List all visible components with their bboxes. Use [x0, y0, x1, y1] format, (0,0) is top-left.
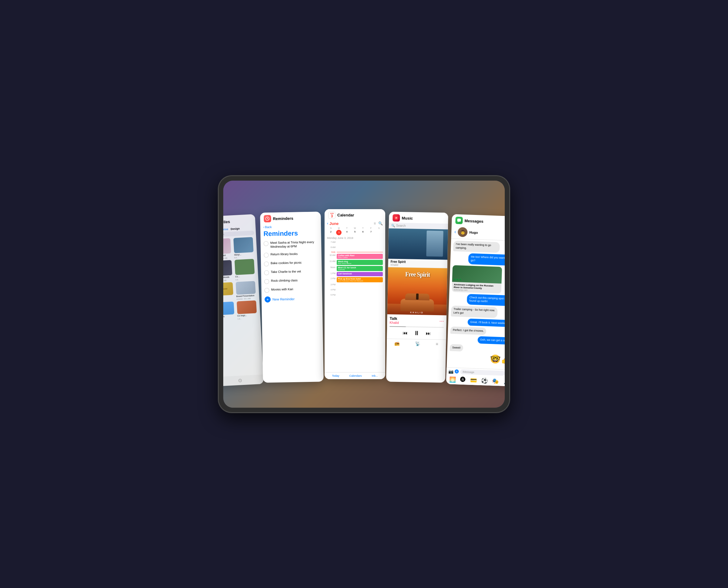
- reminders-app-title: Reminders: [273, 216, 293, 221]
- tray-memoji-icon[interactable]: 🎭: [492, 378, 499, 385]
- camera-icon[interactable]: 📷: [448, 369, 454, 374]
- music-search-input[interactable]: Search: [396, 224, 446, 228]
- cal-label-m: M: [335, 227, 343, 229]
- reminder-checkbox[interactable]: [264, 270, 269, 275]
- cal-day[interactable]: 2: [327, 230, 335, 235]
- cal-search-icon[interactable]: 🔍: [378, 221, 383, 226]
- calendar-app-card[interactable]: JUN 3 Calendar ‹ June ≡ 🔍: [325, 209, 385, 379]
- list-item[interactable]: Take Charlie to the vet: [264, 269, 319, 275]
- reminder-checkbox[interactable]: [264, 241, 268, 246]
- music-album-art[interactable]: Free Spirit KHALID: [388, 267, 447, 315]
- file-meta: 3/11/2019 · 2.6 MB: [223, 257, 227, 260]
- tray-music-icon[interactable]: 🎵: [503, 378, 505, 385]
- list-item: Great. I'll book it. Next weekend?: [468, 318, 505, 327]
- music-footer-tabs: 📻 📡 ≡: [387, 338, 446, 348]
- messages-app-title: Messages: [464, 218, 484, 224]
- cal-footer-calendars[interactable]: Calendars: [349, 374, 361, 377]
- cal-day[interactable]: 7: [367, 230, 375, 235]
- music-controls: ⏮ ⏸ ⏭: [387, 328, 446, 339]
- cal-event[interactable]: Pick up Eva from hotel San Francisco Mar…: [337, 277, 383, 282]
- fast-forward-icon[interactable]: ⏭: [425, 331, 431, 336]
- progress-track[interactable]: [390, 326, 444, 328]
- cal-event[interactable]: Wash dog Bow Wow Meow: [337, 260, 383, 265]
- music-tab-now-playing[interactable]: 📻: [394, 341, 399, 345]
- cal-day[interactable]: 4: [343, 230, 351, 235]
- list-item[interactable]: 🌲🌲🌲 Airstream Lodging on the Russian Riv…: [452, 265, 502, 294]
- tray-appstore-icon[interactable]: 🅐: [460, 376, 466, 383]
- list-item[interactable]: Falkow Falkow: [223, 282, 235, 301]
- list-item[interactable]: Bake cookies for picnic: [264, 260, 318, 266]
- cal-event-name: Pick up Eva from hotel: [338, 278, 381, 280]
- messages-icon: [455, 216, 463, 224]
- message-input[interactable]: iMessage: [460, 369, 505, 376]
- file-meta: 1.9...: [238, 317, 242, 320]
- files-nav-design[interactable]: Design: [230, 227, 240, 230]
- list-item[interactable]: Co... 4.8...: [235, 259, 257, 280]
- messages-conversation: I've been really wanting to go camping. …: [447, 238, 505, 370]
- cal-time: 8 AM: [327, 246, 335, 250]
- reminder-checkbox[interactable]: [265, 288, 269, 293]
- cal-event[interactable]: Call Sandoval: [337, 272, 383, 276]
- calendar-app-header: JUN 3 Calendar: [325, 209, 385, 220]
- file-meta: 3/26/19 · 5.3 MB: [223, 279, 226, 282]
- cal-day[interactable]: 6: [359, 230, 367, 235]
- music-app-card[interactable]: Music 🔍 Search Free Spirit Kha: [386, 212, 448, 382]
- list-item[interactable]: Meet Sasha at Trivia Night every Wednesd…: [264, 240, 318, 249]
- tray-applepay-icon[interactable]: 💳: [470, 377, 477, 384]
- list-item[interactable]: Silhouette Moods 3/26/19 · 5.3 MB: [223, 260, 234, 282]
- cal-event-sub: Starbelly: [338, 269, 381, 271]
- app-store-icon[interactable]: 🅐: [455, 369, 459, 374]
- music-more-icon[interactable]: ···: [439, 318, 444, 324]
- cal-today[interactable]: 3: [336, 230, 341, 235]
- list-item[interactable]: Brand Presentation 4/23/19 · 54.1 MB: [235, 281, 258, 300]
- reminder-checkbox[interactable]: [264, 279, 269, 284]
- cal-time: 7 AM: [327, 241, 335, 245]
- reminder-checkbox[interactable]: [264, 261, 269, 266]
- reminders-app-header: Reminders: [260, 212, 321, 224]
- list-item[interactable]: Movies with Kari: [265, 287, 319, 293]
- cal-event[interactable]: Coffee with Ravi Philz Coffee: [337, 254, 383, 259]
- back-label: Back: [265, 225, 271, 229]
- cal-footer-inbox[interactable]: Inb...: [372, 374, 378, 377]
- file-meta: 8.8...: [234, 256, 238, 259]
- list-item[interactable]: Return library books: [264, 251, 318, 257]
- reminders-app-card[interactable]: Reminders ‹ Back Reminders Meet Sasha at…: [260, 212, 324, 382]
- messages-app-card[interactable]: Messages ‹ 👨 Hugo I've been really wanti…: [446, 214, 505, 386]
- list-item[interactable]: Co Inspi... 1.9...: [237, 300, 259, 320]
- files-nav-icloud[interactable]: ◁ iCloud Drive: [223, 227, 228, 231]
- list-item[interactable]: Storyl... 8.8...: [233, 237, 256, 259]
- reminder-checkbox[interactable]: [264, 253, 269, 257]
- calendar-icon: JUN 3: [328, 212, 335, 219]
- album-title-text: Free Spirit: [388, 271, 447, 278]
- new-reminder-button[interactable]: + New Reminder: [265, 295, 319, 302]
- music-tab-radio[interactable]: 📡: [415, 341, 420, 346]
- reminder-text: Bake cookies for picnic: [270, 260, 302, 265]
- pause-icon[interactable]: ⏸: [414, 329, 420, 336]
- list-item[interactable]: Rock climbing class: [264, 278, 319, 284]
- list-item[interactable]: Proposals 3 items: [223, 301, 236, 321]
- cal-event-name: Call Sandoval: [338, 273, 381, 275]
- cal-day[interactable]: 5: [351, 230, 358, 235]
- cal-list-icon[interactable]: ≡: [374, 221, 376, 226]
- reminder-text: Return library books: [270, 252, 298, 256]
- calendar-body: ‹ June ≡ 🔍 S M T W T F: [325, 220, 385, 372]
- list-item: Check out this camping spot I just found…: [467, 294, 505, 306]
- cal-month-nav: ‹ June ≡ 🔍: [327, 221, 383, 226]
- tray-game-icon[interactable]: ⚽: [481, 377, 488, 384]
- svg-rect-6: [457, 218, 461, 221]
- reminders-back-btn[interactable]: ‹ Back: [263, 224, 318, 229]
- list-item: Perfect. I got the s'mores.: [450, 326, 486, 335]
- files-app-card[interactable]: Files ◁ iCloud Drive Design 🔍 Search: [223, 214, 264, 386]
- tray-photos-icon[interactable]: 🌅: [449, 376, 456, 383]
- cal-label-s2: S: [375, 227, 383, 229]
- rewind-icon[interactable]: ⏮: [402, 330, 407, 335]
- music-tab-library[interactable]: ≡: [436, 341, 438, 346]
- messages-back-btn[interactable]: ‹: [455, 229, 456, 234]
- cal-prev-icon[interactable]: ‹: [327, 221, 328, 226]
- cal-day: [375, 230, 383, 235]
- cal-timeslot: 7 AM: [327, 241, 383, 245]
- cal-event[interactable]: Meet CC for lunch Starbelly: [337, 266, 383, 271]
- cal-footer-today[interactable]: Today: [332, 374, 339, 377]
- list-item[interactable]: The Pleat Skirt 3/11/2019 · 2.6 MB: [223, 238, 233, 260]
- files-search[interactable]: 🔍 Search: [223, 230, 254, 237]
